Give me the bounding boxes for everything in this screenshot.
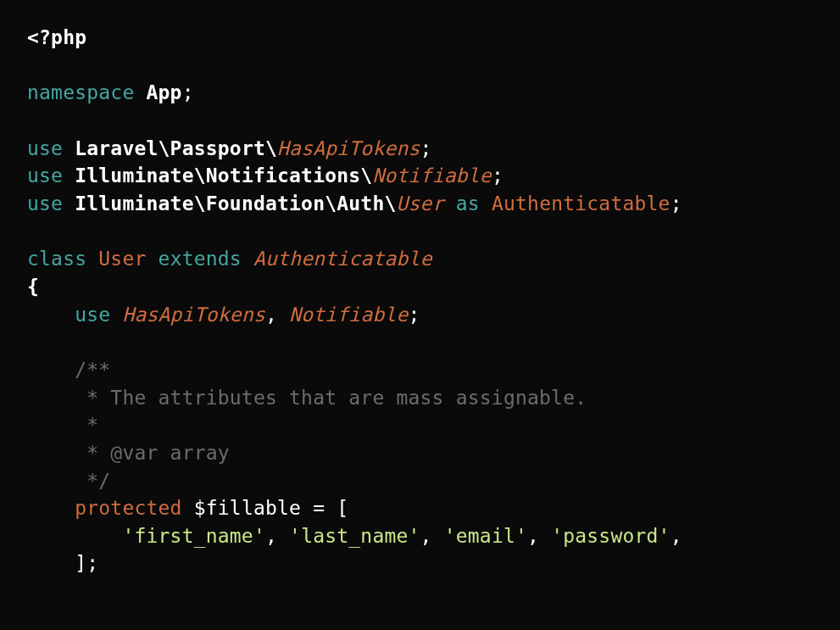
keyword-use: use [27, 192, 63, 215]
code-block: <?php namespace App; use Laravel\Passpor… [0, 0, 840, 601]
use-path: Laravel\Passport\ [75, 137, 277, 159]
class-ref: Notifiable [372, 164, 491, 187]
class-alias: Authenticatable [492, 192, 670, 215]
keyword-as: as [456, 192, 480, 215]
brace-open: { [27, 276, 39, 298]
keyword-use: use [27, 164, 63, 187]
keyword-namespace: namespace [27, 81, 134, 103]
class-ref: HasApiTokens [277, 137, 420, 159]
class-ref: User [397, 192, 444, 215]
string-literal: 'first_name' [122, 525, 265, 547]
variable: $fillable [194, 497, 301, 519]
docblock-line: * @var array [75, 442, 230, 464]
docblock-line: * The attributes that are mass assignabl… [75, 387, 587, 409]
namespace-name: App [147, 81, 182, 103]
keyword-protected: protected [75, 497, 181, 519]
string-literal: 'password' [551, 525, 670, 547]
trait-ref: HasApiTokens [122, 304, 265, 326]
keyword-extends: extends [159, 248, 242, 270]
assign-open: = [ [301, 497, 348, 519]
docblock-line: */ [75, 470, 110, 492]
use-path: Illuminate\Notifications\ [75, 164, 372, 187]
docblock-line: /** [75, 359, 110, 381]
trait-ref: Notifiable [289, 304, 408, 326]
keyword-class: class [27, 248, 86, 270]
keyword-use: use [27, 137, 63, 159]
class-name: User [98, 248, 146, 270]
parent-class: Authenticatable [253, 248, 432, 270]
keyword-use-trait: use [75, 304, 110, 326]
use-path: Illuminate\Foundation\Auth\ [75, 192, 396, 215]
array-close: ]; [75, 552, 98, 574]
php-open-tag: <?php [27, 26, 86, 48]
docblock-line: * [75, 414, 98, 436]
string-literal: 'email' [444, 525, 527, 547]
string-literal: 'last_name' [289, 525, 420, 547]
